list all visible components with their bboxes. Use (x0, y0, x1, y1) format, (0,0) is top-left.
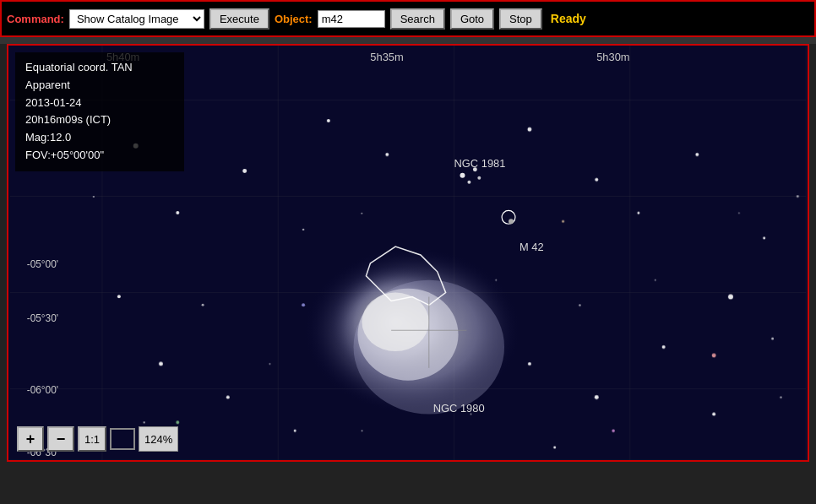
info-overlay: Equatorial coord. TAN Apparent 2013-01-2… (15, 52, 184, 171)
obs-time: 20h16m09s (ICT) (25, 111, 174, 129)
svg-text:5h35m: 5h35m (370, 51, 403, 63)
svg-point-51 (294, 430, 296, 432)
coord-system: Equatorial coord. TAN (25, 59, 174, 77)
svg-point-50 (226, 396, 230, 399)
zoom-frame-button[interactable] (110, 428, 135, 450)
ready-status: Ready (551, 12, 586, 25)
svg-point-42 (527, 127, 531, 132)
svg-text:M 42: M 42 (520, 241, 544, 253)
svg-point-47 (763, 237, 765, 240)
svg-point-64 (655, 279, 656, 281)
magnitude: Mag:12.0 (25, 129, 174, 147)
svg-point-76 (562, 220, 564, 223)
svg-point-63 (579, 304, 580, 306)
svg-point-46 (728, 295, 733, 300)
svg-point-73 (780, 396, 781, 398)
svg-point-77 (176, 420, 179, 424)
svg-point-78 (612, 429, 615, 432)
svg-text:NGC 1980: NGC 1980 (433, 402, 485, 415)
sky-view[interactable]: 5h40m 5h35m 5h30m -05°00' -05°30' -06°00… (7, 44, 809, 462)
svg-point-39 (242, 169, 247, 173)
svg-point-65 (771, 338, 774, 340)
svg-point-71 (738, 212, 740, 214)
svg-point-62 (495, 279, 497, 281)
svg-point-54 (662, 345, 666, 349)
fov: FOV:+05°00'00" (25, 147, 174, 165)
command-select[interactable]: Show Catalog Image Show DSS Image Show S… (69, 9, 204, 29)
svg-point-30 (477, 176, 481, 180)
svg-point-29 (467, 181, 471, 184)
goto-button[interactable]: Goto (450, 8, 494, 30)
svg-text:-06°00': -06°00' (27, 384, 58, 396)
svg-point-44 (637, 212, 639, 214)
svg-point-49 (159, 361, 163, 366)
svg-point-67 (269, 363, 270, 365)
svg-point-38 (176, 211, 179, 214)
svg-text:-05°30': -05°30' (27, 312, 58, 324)
svg-text:5h30m: 5h30m (596, 51, 629, 63)
svg-point-45 (695, 153, 699, 156)
svg-point-59 (93, 196, 95, 198)
svg-point-41 (385, 153, 389, 156)
svg-point-56 (553, 447, 556, 449)
svg-point-27 (460, 173, 465, 178)
zoom-controls: + − 1:1 124% (17, 426, 178, 452)
zoom-out-button[interactable]: − (47, 426, 74, 452)
obs-date: 2013-01-24 (25, 95, 174, 112)
svg-point-69 (361, 430, 362, 431)
svg-point-68 (143, 421, 144, 423)
zoom-1to1-button[interactable]: 1:1 (78, 426, 106, 452)
svg-point-70 (470, 413, 471, 415)
search-button[interactable]: Search (390, 8, 445, 30)
svg-point-32 (509, 219, 514, 224)
execute-button[interactable]: Execute (209, 8, 269, 30)
svg-point-22 (362, 293, 428, 351)
svg-text:-05°00': -05°00' (27, 258, 58, 270)
svg-point-40 (327, 119, 330, 122)
zoom-percent-label: 124% (139, 426, 178, 452)
svg-text:NGC 1981: NGC 1981 (454, 157, 506, 170)
svg-point-74 (712, 354, 716, 358)
svg-point-43 (595, 178, 598, 182)
svg-point-48 (117, 295, 121, 299)
command-label: Command: (7, 13, 64, 25)
svg-point-72 (797, 195, 799, 198)
zoom-in-button[interactable]: + (17, 426, 44, 452)
svg-point-53 (595, 395, 599, 399)
svg-point-55 (712, 412, 715, 415)
svg-point-61 (361, 212, 362, 214)
toolbar: Command: Show Catalog Image Show DSS Ima… (0, 0, 816, 37)
coord-type: Apparent (25, 77, 174, 95)
svg-point-75 (302, 304, 305, 307)
svg-point-66 (201, 304, 204, 306)
object-input[interactable] (318, 10, 385, 28)
stop-button[interactable]: Stop (499, 8, 542, 30)
object-label: Object: (275, 13, 313, 25)
svg-point-60 (302, 229, 304, 230)
toolbar-spacer (0, 37, 816, 44)
svg-point-52 (528, 362, 531, 366)
